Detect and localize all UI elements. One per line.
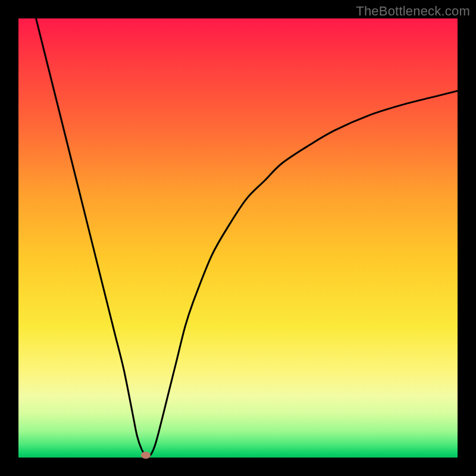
plot-area xyxy=(18,18,458,458)
chart-frame: TheBottleneck.com xyxy=(0,0,476,476)
bottleneck-curve xyxy=(18,18,458,458)
watermark-text: TheBottleneck.com xyxy=(356,4,470,19)
optimal-point-marker xyxy=(141,452,151,459)
